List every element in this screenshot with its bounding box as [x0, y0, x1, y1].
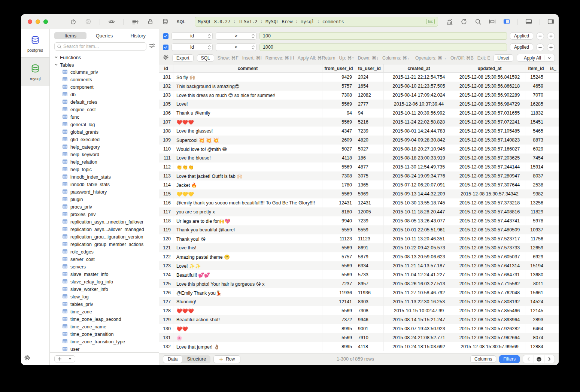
table-row[interactable]: 117 you are so pretty x 8180 12005 2015-…	[159, 207, 559, 216]
table-row[interactable]: 112 👏👏👏 5569 4877 2015-11-30 12:54:49.73…	[159, 162, 559, 171]
connection-mysql[interactable]: mysql	[21, 57, 49, 86]
sql-editor-button[interactable]: SQL	[177, 19, 186, 24]
filter-value-input[interactable]	[259, 32, 507, 40]
eye-icon[interactable]	[108, 18, 115, 25]
table-row[interactable]: 131 🌸 5569 7910 2015-08-24 21:08:52.771 …	[159, 333, 559, 342]
sidebar-table-item[interactable]: time_zone	[50, 308, 159, 316]
zoom-window-button[interactable]	[43, 19, 48, 24]
sidebar-table-item[interactable]: comments	[50, 76, 159, 83]
sidebar-table-item[interactable]: replication_asyn...nnection_failover	[50, 218, 159, 226]
search-icon[interactable]	[475, 18, 482, 25]
table-row[interactable]: 130 ❤️❤️ 8995 9001 2015-08-07 19:43:50.9…	[159, 324, 559, 333]
tab-queries[interactable]: Queries	[88, 32, 120, 39]
filter-enabled-checkbox[interactable]	[163, 45, 168, 50]
sidebar-table-item[interactable]: component	[50, 83, 159, 91]
table-row[interactable]: 113 Love that jacket! Outfit is fab 🙌🏻 7…	[159, 171, 559, 180]
sidebar-table-item[interactable]: time_zone_transition_type	[50, 338, 159, 346]
add-item-button[interactable]	[54, 355, 75, 362]
settings-gear-icon[interactable]	[24, 355, 31, 361]
sidebar-table-item[interactable]: user	[50, 346, 159, 352]
sidebar-table-item[interactable]: plugin	[50, 196, 159, 203]
column-header-updated-at[interactable]: updated_at	[454, 64, 525, 72]
filter-field-select[interactable]: id	[171, 43, 213, 51]
table-row[interactable]: 118 Ur legs are to die for🙌💖 9940 7239 2…	[159, 216, 559, 225]
sidebar-table-item[interactable]: time_zone_leap_second	[50, 316, 159, 323]
chevron-down-icon[interactable]	[65, 357, 75, 361]
tab-history[interactable]: History	[122, 32, 154, 39]
sidebar-table-item[interactable]: servers	[50, 263, 159, 271]
column-header-item-id[interactable]: item_id	[525, 64, 547, 72]
add-filter-button[interactable]	[547, 43, 555, 51]
sidebar-table-item[interactable]: slave_relay_log_info	[50, 278, 159, 286]
table-row[interactable]: 128 ❤️❤️❤️ 5569 7308 2015-10-15 10:02:47…	[159, 306, 559, 315]
apply-all-button[interactable]: Apply All	[517, 54, 555, 62]
table-row[interactable]: 114 Jacket 🔥 1780 1365 2015-07-12 06:20:…	[159, 180, 559, 189]
filter-operator-select[interactable]: >	[216, 32, 256, 40]
sidebar-table-item[interactable]: default_roles	[50, 98, 159, 106]
table-row[interactable]: 101 So fly 🙌🏼 9429 2024 2015-11-21 22:12…	[159, 73, 559, 82]
sidebar-table-item[interactable]: db	[50, 91, 159, 98]
table-row[interactable]: 127 Stunning! 12141 8303 2015-11-13 22:3…	[159, 297, 559, 306]
table-row[interactable]: 125 Love this photo! Your hair is gorgeo…	[159, 279, 559, 288]
sidebar-table-item[interactable]: innodb_table_stats	[50, 181, 159, 188]
lock-icon[interactable]	[147, 18, 154, 25]
chart-icon[interactable]	[446, 18, 453, 25]
table-row[interactable]: 123 Love! ✨✨ 5569 6334 2015-11-21 14:13:…	[159, 261, 559, 270]
filter-value-input[interactable]	[259, 43, 507, 51]
filter-applied-button[interactable]: Applied	[510, 32, 533, 40]
filter-enabled-checkbox[interactable]	[163, 33, 168, 39]
table-row[interactable]: 110 Would love to! @mith 😁 5027 5027 201…	[159, 145, 559, 154]
table-row[interactable]: 126 @Emily Thank you💃 11936 11936 2015-1…	[159, 288, 559, 297]
tune-icon[interactable]	[149, 43, 155, 50]
sidebar-table-item[interactable]: columns_priv	[50, 69, 159, 76]
next-page-icon[interactable]	[544, 355, 555, 363]
sidebar-table-item[interactable]: slow_log	[50, 293, 159, 301]
panel-bottom-icon[interactable]	[525, 18, 532, 25]
filter-field-select[interactable]: id	[171, 32, 213, 40]
item-search-box[interactable]	[54, 42, 146, 51]
sidebar-table-item[interactable]: slave_master_info	[50, 271, 159, 278]
remove-filter-button[interactable]	[536, 43, 544, 51]
table-row[interactable]: 115 💛💛💛 5569 5969 2015-09-13 14:44:32.20…	[159, 189, 559, 198]
table-row[interactable]: 120 Thank you! 😘 11123 11123 2015-10-11 …	[159, 234, 559, 243]
table-row[interactable]: 119 Thank you beautiful @laurel 5559 555…	[159, 225, 559, 234]
table-row[interactable]: 129 Beautiful action shot! 7372 9946 201…	[159, 315, 559, 324]
connection-postgres[interactable]: postgres	[21, 29, 49, 57]
remove-filter-button[interactable]	[536, 32, 544, 40]
sidebar-table-item[interactable]: innodb_index_stats	[50, 173, 159, 181]
tab-data[interactable]: Data	[163, 355, 182, 363]
filters-button[interactable]: Filters	[499, 355, 520, 363]
filter-operator-select[interactable]: <	[216, 43, 256, 51]
connect-icon[interactable]	[70, 18, 76, 25]
export-button[interactable]: Export	[172, 54, 194, 62]
plus-icon[interactable]	[55, 357, 65, 361]
sidebar-table-item[interactable]: time_zone_name	[50, 323, 159, 331]
frame-icon[interactable]	[489, 18, 496, 25]
column-header-from-user-id[interactable]: from_user_id	[322, 64, 355, 72]
table-row[interactable]: 102 This background is amazing😍 5757 165…	[159, 82, 559, 91]
panel-left-icon[interactable]	[503, 18, 510, 25]
sidebar-table-item[interactable]: gtid_executed	[50, 136, 159, 143]
table-row[interactable]: 106 Thank u @emily 94 94 2015-10-11 20:3…	[159, 109, 559, 118]
column-header-is[interactable]: is_	[547, 64, 559, 72]
sidebar-table-item[interactable]: replication_asyn...ailover_managed	[50, 226, 159, 233]
sidebar-table-item[interactable]: role_edges	[50, 248, 159, 256]
sidebar-table-item[interactable]: help_topic	[50, 166, 159, 173]
table-row[interactable]: 122 Amazing pastel theme 😬 5757 5879 201…	[159, 252, 559, 261]
sidebar-table-item[interactable]: slave_worker_info	[50, 286, 159, 293]
sidebar-table-item[interactable]: func	[50, 113, 159, 121]
sidebar-table-item[interactable]: tables_priv	[50, 301, 159, 308]
sidebar-table-item[interactable]: general_log	[50, 121, 159, 128]
sidebar-table-item[interactable]: help_category	[50, 143, 159, 151]
item-search-input[interactable]	[63, 44, 144, 49]
tab-items[interactable]: Items	[54, 32, 86, 39]
sidebar-table-item[interactable]: proxies_priv	[50, 211, 159, 218]
table-row[interactable]: 105 Love! 5569 2777 2015-12-06 10:37:39.…	[159, 100, 559, 109]
columns-button[interactable]: Columns	[470, 355, 496, 363]
sidebar-table-item[interactable]: server_cost	[50, 256, 159, 263]
previous-page-icon[interactable]	[523, 355, 534, 363]
tree-group-tables[interactable]: Tables	[50, 61, 159, 69]
table-row[interactable]: 116 @emily thank you soooo much beautifu…	[159, 198, 559, 207]
sidebar-table-item[interactable]: replication_group_member_actions	[50, 241, 159, 248]
tab-structure[interactable]: Structure	[182, 355, 210, 363]
